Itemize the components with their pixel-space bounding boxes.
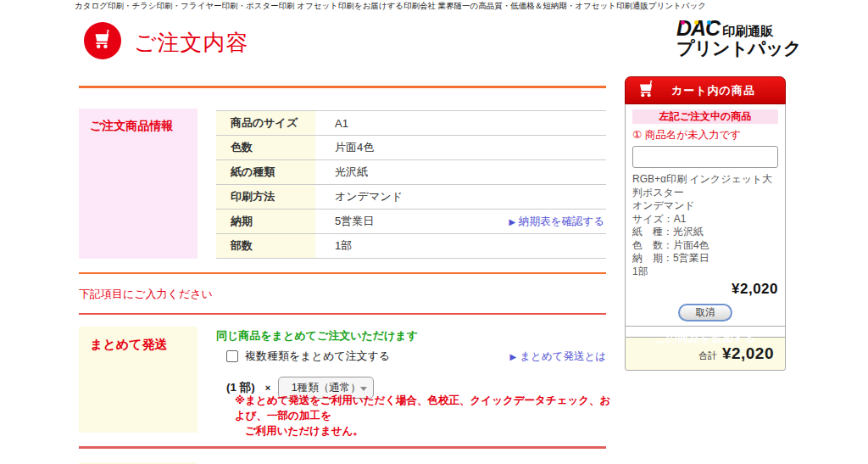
- page-title: ご注文内容: [134, 28, 249, 58]
- logo-line2: プリントパック: [676, 39, 804, 58]
- batch-shipping-info-link[interactable]: ▶まとめて発送とは: [510, 349, 606, 364]
- delivery-schedule-link[interactable]: ▶納期表を確認する: [509, 215, 604, 229]
- logo-yellow-dot: [694, 20, 698, 25]
- cart-item-line: 色 数：片面4色: [632, 239, 778, 253]
- multiply-sign: ×: [265, 383, 270, 393]
- cart-subtitle: 左記ご注文中の商品: [632, 109, 778, 124]
- cart-item-line: サイズ：A1: [632, 213, 778, 226]
- note-line-2: ご利用いただけません。: [235, 423, 612, 439]
- row-label: 印刷方法: [216, 185, 315, 209]
- cart-icon: [92, 28, 114, 54]
- cart-item-line: 納 期：5営業日: [632, 252, 778, 266]
- cart-title: カート内の商品: [671, 83, 755, 98]
- cart-item-line: 1部: [632, 266, 778, 279]
- cart-body: 左記ご注文中の商品 ① 商品名が未入力です RGB+α印刷 インクジェット大判ポ…: [625, 104, 786, 327]
- row-label: 納期: [216, 210, 315, 233]
- table-row-delivery: 納期 5営業日 ▶納期表を確認する: [216, 210, 606, 234]
- triangle-icon: ▶: [509, 217, 515, 226]
- row-value: オンデマンド: [315, 189, 403, 204]
- cart-sidebar: カート内の商品 左記ご注文中の商品 ① 商品名が未入力です RGB+α印刷 イン…: [625, 76, 786, 371]
- input-instruction-text: 下記項目にご入力ください: [79, 287, 213, 302]
- logo-magenta-dot: [681, 20, 685, 25]
- batch-shipping-checkbox[interactable]: [226, 350, 238, 362]
- row-value: 光沢紙: [315, 165, 368, 180]
- batch-shipping-checkbox-label: 複数種類をまとめて注文する: [245, 349, 390, 364]
- batch-shipping-note: ※まとめて発送をご利用いただく場合、色校正、クイックデータチェック、および、一部…: [235, 393, 612, 439]
- cart-total-value: ¥2,020: [722, 344, 774, 363]
- triangle-icon: ▶: [510, 352, 517, 361]
- row-value: 1部: [315, 238, 352, 254]
- batch-shipping-info-link-label: まとめて発送とは: [520, 350, 606, 362]
- logo-cyan-dot: [707, 20, 711, 25]
- batch-shipping-section-box: まとめて発送: [79, 327, 198, 433]
- row-value: 5営業日: [315, 214, 374, 229]
- row-label: 商品のサイズ: [216, 111, 315, 135]
- chevron-down-icon: [360, 387, 367, 391]
- cart-item-name: RGB+α印刷 インクジェット大判ポスター: [632, 173, 778, 199]
- divider-red-thin: [79, 313, 606, 315]
- printpac-logo: DAC 印刷通販 プリントパック: [676, 17, 804, 58]
- cart-name-warning: ① 商品名が未入力です: [632, 128, 778, 143]
- divider-orange-top: [79, 86, 606, 88]
- divider-red-bottom: [79, 446, 606, 449]
- cart-total-label: 合計: [698, 346, 717, 362]
- delivery-schedule-link-label: 納期表を確認する: [519, 215, 604, 227]
- table-row-colors: 色数 片面4色: [216, 136, 606, 160]
- cart-header: カート内の商品: [625, 76, 786, 104]
- row-value: A1: [315, 117, 348, 130]
- cart-icon: [637, 79, 657, 103]
- table-row-method: 印刷方法 オンデマンド: [216, 185, 606, 210]
- row-label: 色数: [216, 136, 315, 159]
- table-row-copies: 部数 1部: [216, 234, 606, 259]
- row-label: 紙の種類: [216, 160, 315, 184]
- order-header-icon: [84, 22, 121, 59]
- logo-line1: 印刷通販: [722, 25, 773, 40]
- cart-item-line: 紙 種：光沢紙: [632, 226, 778, 239]
- product-name-input[interactable]: [632, 146, 778, 168]
- product-info-section-box: ご注文商品情報: [79, 109, 198, 259]
- seo-text-line: カタログ印刷・チラシ印刷・フライヤー印刷・ポスター印刷 オフセット印刷をお届けす…: [75, 1, 821, 12]
- cart-item-details: RGB+α印刷 インクジェット大判ポスター オンデマンド サイズ：A1 紙 種：…: [632, 173, 778, 278]
- cart-item-price: ¥2,020: [632, 281, 778, 298]
- batch-shipping-section-label: まとめて発送: [79, 327, 198, 353]
- cancel-button[interactable]: 取消: [678, 304, 732, 321]
- row-value: 片面4色: [315, 140, 374, 155]
- divider-orange-mid: [79, 272, 606, 274]
- product-info-section-label: ご注文商品情報: [79, 109, 198, 134]
- cart-item-line: オンデマンド: [632, 199, 778, 213]
- table-row-size: 商品のサイズ A1: [216, 111, 606, 136]
- batch-shipping-headline: 同じ商品をまとめてご注文いただけます: [216, 328, 418, 344]
- row-label: 部数: [216, 234, 315, 258]
- table-row-paper: 紙の種類 光沢紙: [216, 160, 606, 185]
- batch-shipping-checkbox-row: 複数種類をまとめて注文する: [226, 349, 390, 364]
- note-line-1: ※まとめて発送をご利用いただく場合、色校正、クイックデータチェック、および、一部…: [235, 393, 612, 423]
- product-info-table: 商品のサイズ A1 色数 片面4色 紙の種類 光沢紙 印刷方法 オンデマンド 納…: [216, 110, 606, 259]
